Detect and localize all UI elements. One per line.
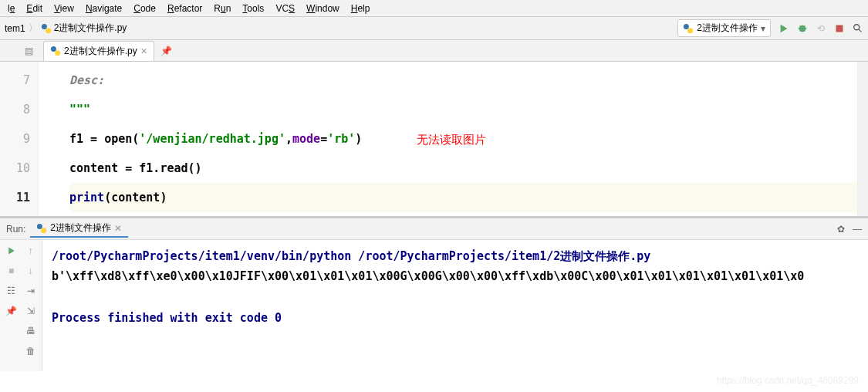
code-editor[interactable]: 7891011 无法读取图片 Desc:"""f1 = open('/wenji…	[0, 62, 868, 216]
python-file-icon	[50, 46, 61, 56]
breadcrumb-file[interactable]: 2进制文件操作.py	[41, 22, 127, 35]
run-title: Run:	[6, 224, 25, 235]
line-number: 10	[0, 154, 30, 183]
close-run-tab-icon[interactable]: ✕	[114, 223, 122, 234]
breadcrumb-project[interactable]: tem1	[5, 23, 25, 34]
down-button[interactable]: ↓	[23, 263, 39, 279]
navigation-bar: tem1 〉 2进制文件操作.py 2进制文件操作 ▾ ⟲	[0, 17, 868, 40]
run-tool-window: Run: 2进制文件操作 ✕ ✿ — ■ ☷ 📌 ↑ ↓ ⇥ ⇲	[0, 216, 868, 371]
editor-tabbar: ▤ 2进制文件操作.py ✕ 📌	[0, 40, 868, 62]
layout-button[interactable]: ☷	[4, 283, 19, 299]
svg-point-3	[687, 28, 693, 33]
coverage-button[interactable]: ⟲	[816, 23, 826, 34]
line-gutter: 7891011	[0, 62, 39, 216]
menu-tools[interactable]: Tools	[238, 2, 269, 15]
svg-rect-5	[836, 25, 843, 32]
dropdown-icon: ▾	[761, 23, 765, 34]
python-file-icon	[41, 23, 52, 34]
rerun-button[interactable]	[4, 243, 19, 259]
svg-point-7	[51, 46, 56, 52]
stop-button[interactable]	[834, 23, 845, 34]
menu-refactor[interactable]: Refactor	[163, 2, 207, 15]
menu-vcs[interactable]: VCS	[271, 2, 299, 15]
scroll-to-end-button[interactable]: ⇲	[23, 303, 39, 319]
python-icon	[683, 23, 694, 34]
run-toolbar: ■ ☷ 📌 ↑ ↓ ⇥ ⇲ 🖶 🗑	[0, 240, 42, 371]
editor-scrollbar[interactable]	[857, 62, 868, 216]
menu-code[interactable]: Code	[129, 2, 160, 15]
line-number: 8	[0, 95, 30, 124]
menu-window[interactable]: Window	[302, 2, 344, 15]
menu-run[interactable]: Run	[209, 2, 235, 15]
code-line[interactable]: """	[69, 95, 857, 124]
code-line[interactable]: Desc:	[69, 66, 857, 95]
console-exit-msg: Process finished with exit code 0	[52, 308, 859, 328]
python-icon	[36, 223, 47, 234]
menu-file[interactable]: le	[3, 2, 19, 15]
run-body: ■ ☷ 📌 ↑ ↓ ⇥ ⇲ 🖶 🗑 /root/PycharmProjects/…	[0, 240, 868, 371]
minimize-icon[interactable]: —	[853, 224, 862, 235]
code-line[interactable]: print(content)	[69, 183, 857, 212]
toolbar-right: 2进制文件操作 ▾ ⟲	[677, 19, 863, 37]
stop-run-button[interactable]: ■	[4, 263, 19, 279]
breadcrumb-file-label: 2进制文件操作.py	[54, 22, 127, 35]
line-number: 9	[0, 124, 30, 154]
line-number: 11	[0, 183, 30, 212]
menu-help[interactable]: Help	[346, 2, 375, 15]
run-config-label: 2进制文件操作	[697, 22, 758, 35]
svg-point-10	[41, 228, 46, 233]
svg-point-9	[37, 223, 42, 228]
code-area[interactable]: 无法读取图片 Desc:"""f1 = open('/wenjian/redha…	[39, 62, 857, 216]
code-line[interactable]: content = f1.read()	[69, 154, 857, 183]
svg-point-6	[854, 24, 860, 29]
run-config-selector[interactable]: 2进制文件操作 ▾	[677, 19, 771, 37]
line-number: 7	[0, 66, 30, 95]
trash-button[interactable]: 🗑	[23, 343, 39, 359]
pin-button[interactable]: 📌	[4, 303, 19, 319]
menu-view[interactable]: View	[49, 2, 79, 15]
debug-button[interactable]	[797, 23, 808, 34]
svg-point-1	[46, 28, 51, 33]
editor-tab-label: 2进制文件操作.py	[64, 45, 137, 58]
menu-navigate[interactable]: Navigate	[81, 2, 127, 15]
svg-point-8	[55, 50, 60, 56]
annotation-text: 无法读取图片	[417, 125, 486, 154]
editor-tab[interactable]: 2进制文件操作.py ✕	[43, 41, 154, 61]
pin-tab-icon[interactable]: 📌	[160, 46, 172, 56]
settings-icon[interactable]: ✿	[837, 224, 845, 235]
breadcrumb: tem1 〉 2进制文件操作.py	[5, 22, 127, 35]
console-stdout: b'\xff\xd8\xff\xe0\x00\x10JFIF\x00\x01\x…	[52, 266, 859, 286]
watermark: https://blog.csdn.net/qq_46089299	[717, 375, 859, 386]
console-command: /root/PycharmProjects/item1/venv/bin/pyt…	[52, 246, 859, 266]
close-tab-icon[interactable]: ✕	[140, 46, 147, 56]
soft-wrap-button[interactable]: ⇥	[23, 283, 39, 299]
run-button[interactable]	[778, 23, 789, 34]
svg-point-0	[42, 23, 47, 29]
menu-edit[interactable]: Edit	[22, 2, 47, 15]
print-button[interactable]: 🖶	[23, 323, 39, 339]
run-header: Run: 2进制文件操作 ✕ ✿ —	[0, 218, 868, 240]
run-session-label: 2进制文件操作	[50, 221, 111, 235]
svg-point-2	[684, 23, 689, 29]
main-menubar: le Edit View Navigate Code Refactor Run …	[0, 0, 868, 17]
run-session-tab[interactable]: 2进制文件操作 ✕	[30, 220, 128, 238]
search-button[interactable]	[853, 23, 863, 34]
project-view-icon[interactable]: ▤	[23, 46, 34, 56]
console-output[interactable]: /root/PycharmProjects/item1/venv/bin/pyt…	[42, 240, 868, 371]
breadcrumb-sep: 〉	[29, 22, 38, 35]
up-button[interactable]: ↑	[23, 243, 39, 259]
